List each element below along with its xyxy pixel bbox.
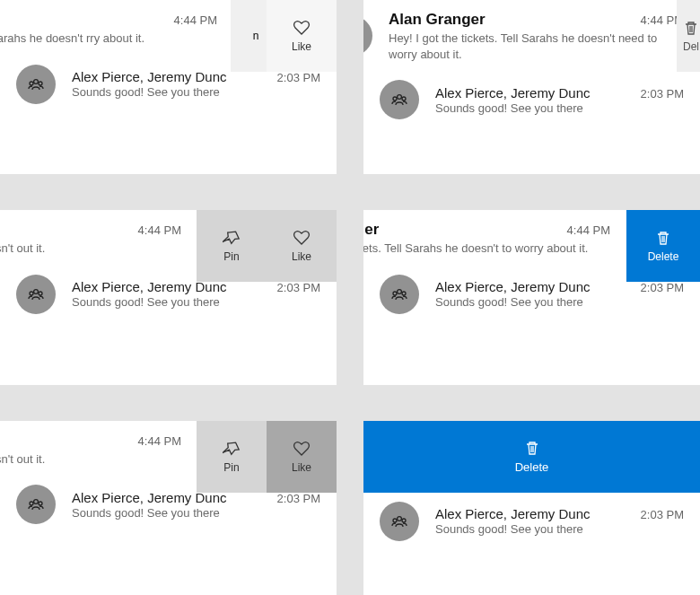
group-avatar xyxy=(16,65,56,104)
sender-name: Alex Pierce, Jeremy Dunc xyxy=(435,506,591,521)
action-label: n xyxy=(253,30,259,42)
message-preview: Hey! I got the tickets. Tell Sarahs he d… xyxy=(389,31,684,62)
sender-name: n Granger xyxy=(363,221,379,239)
timestamp: 2:03 PM xyxy=(634,281,684,294)
delete-action-partial[interactable]: Del xyxy=(677,0,700,72)
timestamp: 4:44 PM xyxy=(131,223,181,237)
action-label: Like xyxy=(292,40,311,53)
group-icon xyxy=(390,285,408,303)
sender-name: Alan Granger xyxy=(389,11,486,29)
timestamp: 4:44 PM xyxy=(560,223,610,237)
timestamp: 4:44 PM xyxy=(131,434,181,448)
message-preview: he tickets. Tell Sarahs he doesn't rry a… xyxy=(0,31,217,47)
pin-icon xyxy=(223,440,241,458)
pin-action-partial[interactable]: n xyxy=(231,0,267,72)
delete-action[interactable]: Delete xyxy=(626,210,700,282)
message-card[interactable]: anger 4:44 PM he tickets. Tell Sarahs he… xyxy=(0,0,337,174)
group-icon xyxy=(390,512,408,530)
trash-icon xyxy=(523,439,541,457)
like-action-hover[interactable]: Like xyxy=(267,421,337,493)
message-preview: Sounds good! See you there xyxy=(72,506,320,520)
group-icon xyxy=(390,91,408,109)
group-avatar xyxy=(380,80,419,119)
heart-icon xyxy=(293,440,311,458)
action-label: Delete xyxy=(648,250,679,263)
group-icon xyxy=(27,495,45,513)
message-card[interactable]: Alan Granger 4:44 PM Hey! I got the tick… xyxy=(363,0,700,174)
timestamp: 2:03 PM xyxy=(270,281,320,294)
heart-icon xyxy=(293,19,311,37)
group-avatar xyxy=(380,275,419,314)
action-label: Like xyxy=(292,250,311,263)
message-preview: Sounds good! See you there xyxy=(435,522,684,536)
like-action[interactable]: Like xyxy=(267,210,337,282)
message-preview: Sounds good! See you there xyxy=(72,85,320,99)
trash-icon xyxy=(654,229,672,247)
timestamp: 2:03 PM xyxy=(270,492,320,505)
delete-action-full[interactable]: Delete xyxy=(363,421,700,493)
sender-name: Alex Pierce, Jeremy Dunc xyxy=(435,279,591,294)
timestamp: 2:03 PM xyxy=(634,508,684,521)
avatar xyxy=(363,16,372,56)
group-icon xyxy=(27,285,45,303)
message-preview: ets. Tell Sarahs he doesn't out it. xyxy=(0,451,181,468)
like-action[interactable]: Like xyxy=(267,0,337,72)
action-label: Pin xyxy=(223,461,239,474)
trash-icon xyxy=(682,19,700,37)
pin-action[interactable]: Pin xyxy=(197,421,267,493)
group-avatar xyxy=(16,485,56,524)
timestamp: 2:03 PM xyxy=(634,87,684,101)
heart-icon xyxy=(293,229,311,247)
action-label: Like xyxy=(292,461,311,474)
message-preview: Sounds good! See you there xyxy=(435,295,684,309)
message-preview: got the tickets. Tell Sarahs he doesn't … xyxy=(363,241,610,257)
sender-name: Alex Pierce, Jeremy Dunc xyxy=(72,69,227,84)
message-card[interactable]: er 4:44 PM ets. Tell Sarahs he doesn't o… xyxy=(0,210,337,384)
timestamp: 2:03 PM xyxy=(270,71,320,84)
group-avatar xyxy=(380,502,419,541)
pin-icon xyxy=(223,229,241,247)
sender-name: Alex Pierce, Jeremy Dunc xyxy=(435,85,591,101)
action-label: Delete xyxy=(515,460,549,474)
group-avatar xyxy=(16,275,56,314)
message-card[interactable]: n Granger 4:44 PM got the tickets. Tell … xyxy=(363,210,700,384)
message-preview: ets. Tell Sarahs he doesn't out it. xyxy=(0,241,181,257)
message-card[interactable]: Delete Alex Pierce, Jeremy Dunc 2:03 PM … xyxy=(363,421,700,595)
message-card[interactable]: er 4:44 PM ets. Tell Sarahs he doesn't o… xyxy=(0,421,337,595)
message-preview: Sounds good! See you there xyxy=(435,101,684,115)
message-preview: Sounds good! See you there xyxy=(72,295,320,309)
timestamp: 4:44 PM xyxy=(167,13,217,27)
action-label: Pin xyxy=(223,250,239,263)
pin-action[interactable]: Pin xyxy=(197,210,267,282)
group-icon xyxy=(27,75,45,93)
